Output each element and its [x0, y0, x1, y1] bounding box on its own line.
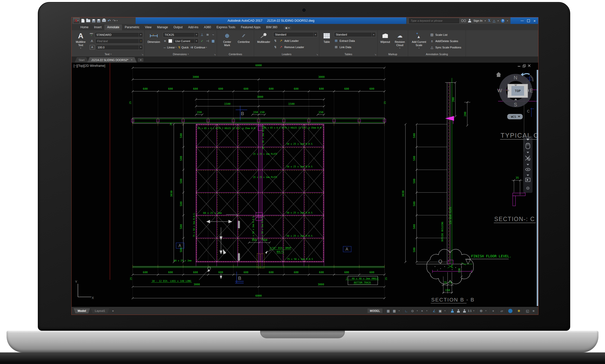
revision-cloud-button[interactable]: ☁ Revision Cloud▾ — [393, 31, 406, 52]
annotation-scaling-panel-caption[interactable]: Annotation Scaling — [408, 52, 466, 56]
find-text-input[interactable]: Find text ⌖ — [95, 39, 143, 44]
tab-output[interactable]: Output — [171, 24, 185, 30]
tab-manage[interactable]: Manage — [154, 24, 171, 30]
dim-reassociate-icon[interactable]: ⊣ — [205, 39, 210, 43]
sync-scale-positions-button[interactable]: △ Sync Scale Positions — [430, 45, 464, 50]
polar-dropdown-icon[interactable]: ▾ — [416, 308, 419, 314]
plot-icon[interactable] — [102, 18, 106, 23]
minimize-button[interactable]: — — [521, 19, 524, 22]
exchange-apps-icon[interactable]: X — [488, 19, 491, 23]
multiline-text-button[interactable]: A Multiline Text▾ — [73, 31, 88, 52]
file-tab-start[interactable]: Start — [75, 57, 88, 63]
layout1-tab[interactable]: Layout1 — [91, 308, 109, 313]
link-data-button[interactable]: ⊞ Link Data — [334, 44, 376, 50]
viewport-controls-label[interactable]: [−][Top][2D Wireframe] — [74, 64, 105, 68]
autoscale-icon[interactable] — [456, 308, 461, 314]
grid-dropdown-icon[interactable]: ▾ — [398, 308, 401, 314]
grid-display-icon[interactable]: ▦ — [392, 308, 397, 314]
annotation-scale-value[interactable]: 1:1▾ — [468, 308, 475, 314]
tab-parametric[interactable]: Parametric — [122, 24, 142, 30]
continue-dim-button[interactable]: ⇉Continue▾ — [190, 45, 207, 49]
new-drawing-tab-button[interactable]: + — [138, 58, 143, 62]
text-height-combo[interactable]: 100.0▼ — [96, 45, 143, 50]
extract-data-button[interactable]: ⊞ Extract Data — [334, 38, 376, 43]
leader-collect-icon[interactable]: ↯ — [273, 39, 278, 43]
qat-customize-icon[interactable]: ▾ — [117, 20, 118, 22]
wipeout-button[interactable]: Wipeout — [379, 31, 391, 52]
close-button[interactable]: × — [533, 19, 536, 23]
add-current-scale-button[interactable]: Add Current Scale▾ — [410, 31, 428, 52]
tables-dialog-launcher[interactable]: ↘ — [374, 53, 376, 56]
dim-style-combo[interactable]: TICK25▼ — [163, 32, 199, 37]
text-height-icon[interactable]: A — [90, 45, 95, 50]
file-tab-close-icon[interactable]: ✕ — [131, 58, 133, 61]
workspace-gear-icon[interactable]: ⚙ — [478, 308, 484, 314]
text-align-icon[interactable]: A — [90, 39, 94, 43]
dimensions-dialog-launcher[interactable]: ↘ — [214, 53, 216, 56]
tab-a360[interactable]: A360 — [201, 24, 214, 30]
dim-layer-combo[interactable]: Use Current▼ — [173, 39, 199, 44]
spell-check-icon[interactable]: ABC✓ — [90, 33, 94, 37]
clean-screen-icon[interactable]: ◱ — [525, 308, 530, 314]
tab-bim360[interactable]: BIM 360 — [263, 24, 280, 30]
text-panel-caption[interactable]: Text▾ ↘ — [72, 52, 144, 56]
center-mark-button[interactable]: ⊕ Center Mark — [220, 31, 234, 52]
dimension-button[interactable]: Dimension — [146, 31, 161, 52]
ortho-mode-icon[interactable]: ∟ — [404, 308, 409, 314]
ribbon-display-toggle[interactable]: ▣ ▾ — [284, 26, 291, 29]
tab-addins[interactable]: Add-ins — [185, 24, 201, 30]
file-tab-document[interactable]: J1214-22 SLIDING DOORS2*✕ — [87, 57, 137, 63]
quick-properties-icon[interactable]: ▱ — [499, 308, 504, 314]
text-style-combo[interactable]: STANDARD▼ — [95, 32, 143, 37]
annotation-monitor-icon[interactable]: + — [491, 308, 496, 314]
dim-override-icon[interactable]: ▦ — [211, 39, 215, 43]
snap-grid-icon[interactable]: ▦ — [386, 308, 391, 314]
redo-icon[interactable]: ↷▾ — [112, 18, 115, 23]
dim-adjust-space-icon[interactable]: ≋ — [205, 33, 210, 37]
isodraft-icon[interactable]: × — [419, 308, 425, 314]
model-space-badge[interactable]: MODEL — [368, 309, 382, 313]
new-icon[interactable] — [81, 18, 84, 23]
save-as-icon[interactable] — [97, 18, 100, 23]
annotation-scale-icon[interactable] — [462, 308, 467, 314]
leader-align-icon[interactable]: ↯ — [273, 45, 278, 49]
workspace-dropdown-icon[interactable]: ▾ — [485, 308, 487, 314]
save-icon[interactable] — [92, 18, 95, 23]
find-icon[interactable]: ⌖ — [139, 39, 143, 43]
linear-dim-button[interactable]: ↔Linear▾ — [163, 45, 176, 49]
undo-icon[interactable]: ↶▾ — [108, 18, 111, 23]
new-layout-button[interactable]: + — [110, 309, 116, 313]
search-icon[interactable] — [461, 19, 466, 22]
tab-express-tools[interactable]: Express Tools — [214, 24, 238, 30]
snap-square-icon[interactable]: ▣ — [438, 308, 443, 314]
customization-icon[interactable]: ≡ — [531, 308, 536, 314]
add-leader-button[interactable]: ↯ ↗ Add Leader — [273, 38, 318, 43]
open-icon[interactable] — [86, 18, 90, 23]
table-button[interactable]: Table — [321, 31, 332, 52]
dim-layer-icon[interactable]: ≡ — [163, 39, 167, 43]
trusted-autodesk-icon[interactable]: ❋ — [516, 308, 522, 314]
help-dropdown-icon[interactable]: ▾ — [507, 20, 508, 22]
dimensions-panel-caption[interactable]: Dimensions▾ ↘ — [145, 52, 217, 56]
centerline-button[interactable]: ∕∕ Centerline — [237, 31, 251, 52]
scale-list-button[interactable]: ▤ Scale List — [430, 32, 464, 37]
tab-insert[interactable]: Insert — [91, 24, 104, 30]
a360-dropdown-icon[interactable]: ▾ — [498, 20, 499, 22]
search-input[interactable] — [409, 18, 459, 23]
dim-update-icon[interactable]: ✓ — [200, 39, 204, 43]
leaders-panel-caption[interactable]: Leaders ↘ — [254, 52, 319, 56]
isodraft-dropdown-icon[interactable]: ▾ — [426, 308, 428, 314]
autocad-logo[interactable]: A▾ — [73, 18, 80, 24]
text-dialog-launcher[interactable]: ↘ — [141, 53, 143, 56]
tables-panel-caption[interactable]: Tables ↘ — [319, 52, 377, 56]
dim-jog-line-icon[interactable]: ~ — [211, 33, 215, 37]
model-tab[interactable]: Model — [74, 308, 90, 313]
tab-view[interactable]: View — [142, 24, 154, 30]
sign-in-dropdown-icon[interactable]: ▾ — [485, 20, 486, 22]
centerlines-panel-caption[interactable]: Centerlines — [217, 52, 254, 56]
table-style-combo[interactable]: Standard▼ — [334, 32, 376, 37]
leaders-dialog-launcher[interactable]: ↘ — [316, 53, 318, 56]
markup-panel-caption[interactable]: Markup — [378, 52, 408, 56]
restore-button[interactable] — [527, 19, 530, 22]
graphics-performance-icon[interactable] — [508, 309, 512, 313]
